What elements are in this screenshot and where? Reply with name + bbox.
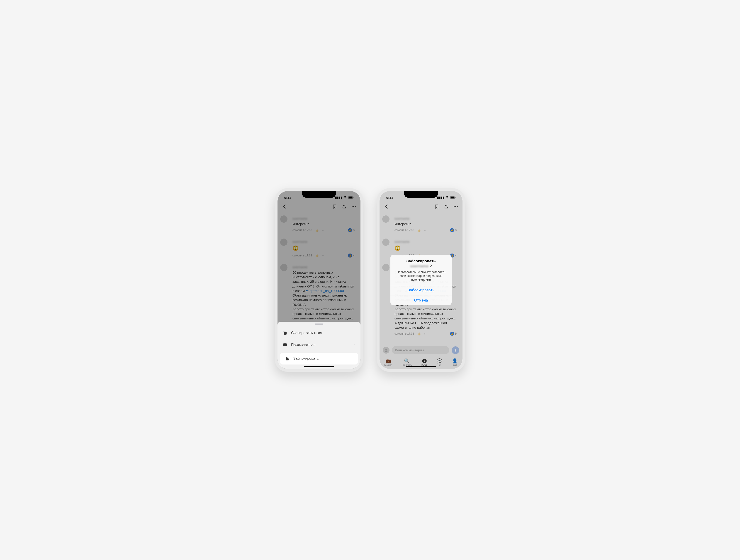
sheet-block[interactable]: Заблокировать: [280, 353, 358, 364]
alert-cancel-button[interactable]: Отмена: [390, 295, 452, 305]
overlay-dim[interactable]: Заблокировать username ? Пользователь не…: [379, 191, 462, 369]
sheet-report[interactable]: ! Пожаловаться ›: [278, 339, 361, 351]
lock-icon: [285, 356, 290, 361]
report-icon: !: [282, 343, 287, 347]
sheet-handle[interactable]: [315, 324, 323, 325]
chevron-right-icon: ›: [354, 343, 356, 347]
alert-body: Пользователь не сможет оставлять свои ко…: [394, 270, 448, 282]
phone-mockup-left: 9:41 ▮▮▮▮: [275, 188, 363, 372]
home-indicator[interactable]: [406, 366, 436, 367]
copy-icon: [282, 331, 287, 336]
action-sheet: Скопировать текст ! Пожаловаться › Забло…: [278, 322, 361, 369]
phone-mockup-right: 9:41 ▮▮▮▮: [377, 188, 465, 372]
sheet-copy-text[interactable]: Скопировать текст: [278, 327, 361, 339]
notch: [404, 191, 438, 198]
notch: [302, 191, 336, 198]
alert-title: Заблокировать username ?: [394, 259, 448, 269]
screen: 9:41 ▮▮▮▮: [278, 191, 361, 369]
screen: 9:41 ▮▮▮▮: [379, 191, 462, 369]
alert-confirm-button[interactable]: Заблокировать: [390, 285, 452, 295]
svg-text:!: !: [285, 343, 285, 346]
svg-rect-6: [284, 332, 287, 335]
alert-dialog: Заблокировать username ? Пользователь не…: [390, 255, 452, 306]
home-indicator[interactable]: [304, 366, 334, 367]
svg-rect-10: [286, 358, 289, 360]
